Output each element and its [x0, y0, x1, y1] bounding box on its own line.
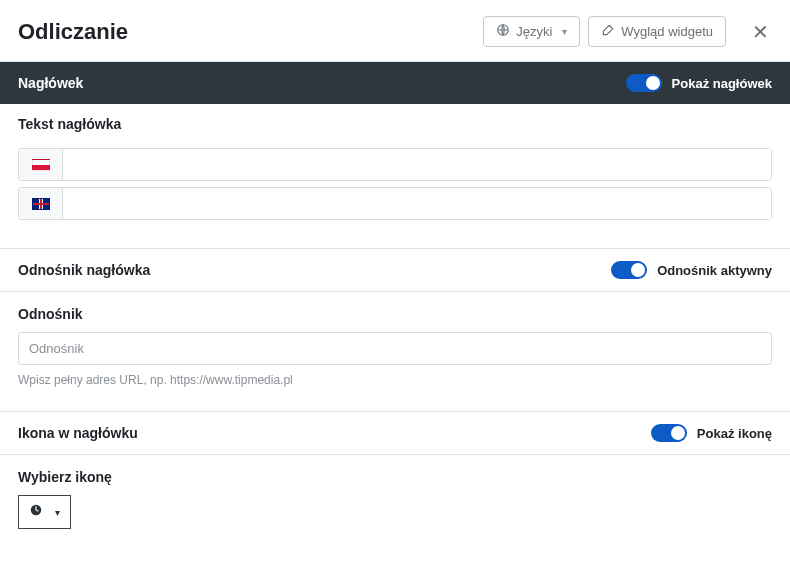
icon-picker-label: Wybierz ikonę [18, 469, 772, 485]
link-field-label: Odnośnik [18, 306, 772, 322]
link-active-toggle-label: Odnośnik aktywny [657, 263, 772, 278]
section-header-link: Odnośnik nagłówka Odnośnik aktywny Odnoś… [0, 249, 790, 412]
section-header-text: Nagłówek Pokaż nagłówek Tekst nagłówka [0, 62, 790, 249]
show-header-toggle-label: Pokaż nagłówek [672, 76, 772, 91]
chevron-down-icon: ▾ [562, 26, 567, 37]
section-ikona-header: Ikona w nagłówku Pokaż ikonę [0, 412, 790, 455]
icon-picker-button[interactable]: ▾ [18, 495, 71, 529]
section-naglowek-title: Nagłówek [18, 75, 83, 91]
page-header: Odliczanie Języki ▾ Wygląd widgetu ✕ [0, 0, 790, 61]
show-icon-toggle-wrap: Pokaż ikonę [651, 424, 772, 442]
header-text-row-pl [18, 148, 772, 181]
link-help-text: Wpisz pełny adres URL, np. https://www.t… [18, 373, 772, 387]
settings-scroll[interactable]: Nagłówek Pokaż nagłówek Tekst nagłówka [0, 61, 790, 582]
wand-icon [601, 23, 615, 40]
section-naglowek-header: Nagłówek Pokaż nagłówek [0, 62, 790, 104]
header-text-input-gb[interactable] [63, 188, 771, 219]
show-header-toggle-wrap: Pokaż nagłówek [626, 74, 772, 92]
header-text-input-pl[interactable] [63, 149, 771, 180]
widget-appearance-label: Wygląd widgetu [621, 24, 713, 39]
languages-button[interactable]: Języki ▾ [483, 16, 580, 47]
page-title: Odliczanie [18, 19, 483, 45]
flag-gb-cell [19, 188, 63, 219]
section-odnosnik-title: Odnośnik nagłówka [18, 262, 150, 278]
globe-icon [496, 23, 510, 40]
section-header-icon: Ikona w nagłówku Pokaż ikonę Wybierz iko… [0, 412, 790, 553]
link-input[interactable] [18, 332, 772, 365]
languages-button-label: Języki [516, 24, 552, 39]
link-active-toggle[interactable] [611, 261, 647, 279]
show-icon-toggle-label: Pokaż ikonę [697, 426, 772, 441]
flag-pl-cell [19, 149, 63, 180]
widget-appearance-button[interactable]: Wygląd widgetu [588, 16, 726, 47]
clock-icon [29, 503, 43, 521]
show-icon-toggle[interactable] [651, 424, 687, 442]
flag-gb-icon [32, 198, 50, 210]
flag-pl-icon [32, 159, 50, 171]
close-icon[interactable]: ✕ [748, 20, 772, 44]
show-header-toggle[interactable] [626, 74, 662, 92]
header-actions: Języki ▾ Wygląd widgetu ✕ [483, 16, 772, 47]
link-active-toggle-wrap: Odnośnik aktywny [611, 261, 772, 279]
header-text-label: Tekst nagłówka [0, 104, 790, 138]
section-ikona-title: Ikona w nagłówku [18, 425, 138, 441]
section-odnosnik-header: Odnośnik nagłówka Odnośnik aktywny [0, 249, 790, 292]
header-text-row-gb [18, 187, 772, 220]
chevron-down-icon: ▾ [55, 507, 60, 518]
